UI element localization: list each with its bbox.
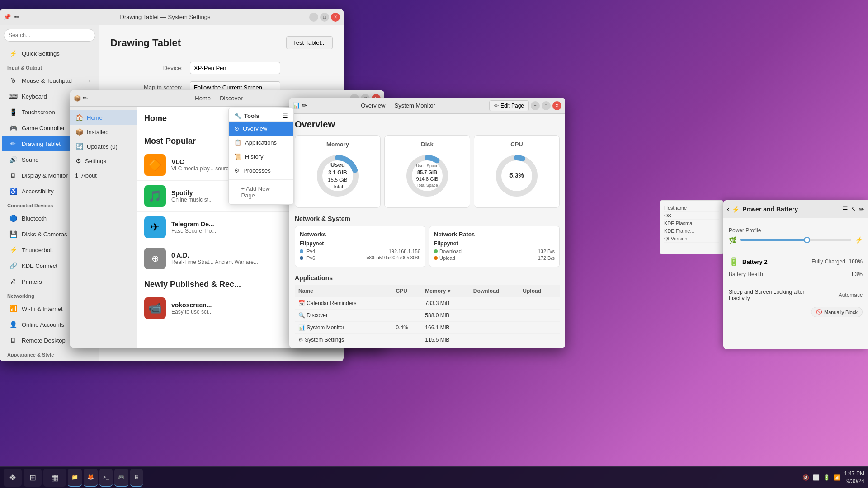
submenu-hamburger-icon[interactable]: ☰ <box>283 113 288 119</box>
memory-donut: Used 3.1 GiB 15.5 GiB Total <box>315 153 360 198</box>
discover-nav-installed[interactable]: 📦 Installed <box>70 125 137 139</box>
device-control: XP-Pen Pen <box>190 62 333 74</box>
sysset-window-controls: 📌 ✏ <box>4 14 21 20</box>
tray-battery-icon[interactable]: 🔋 <box>823 474 830 481</box>
tools-icon: 🔧 <box>234 113 241 119</box>
konsole-taskbar-btn[interactable]: >_ <box>99 469 113 487</box>
app-download-cell: 68.0 B/s <box>470 346 519 349</box>
submenu-processes[interactable]: ⚙ Processes <box>229 164 293 178</box>
table-row[interactable]: 📊 System Monitor 0.4% 166.1 MiB <box>295 322 560 334</box>
submenu-history[interactable]: 📜 History <box>229 150 293 164</box>
download-badge <box>434 249 438 253</box>
sysmon-edit-icon[interactable]: ✏ <box>302 102 307 109</box>
discover-nav-settings[interactable]: ⚙ Settings <box>70 154 137 168</box>
tray-screen-icon[interactable]: ⬜ <box>813 474 820 481</box>
table-row[interactable]: 📅 Calendar Reminders 733.3 MiB <box>295 297 560 310</box>
drawing-tablet-title: Drawing Tablet <box>110 37 181 49</box>
sysmon-title: Overview — System Monitor <box>307 102 489 109</box>
discover-edit-icon[interactable]: ✏ <box>83 95 88 102</box>
app-upload-cell <box>519 310 560 322</box>
disks-icon: 💾 <box>9 230 17 238</box>
overview-title: Overview <box>295 119 560 130</box>
sysset-maximize-btn[interactable]: □ <box>320 13 329 22</box>
device-select[interactable]: XP-Pen Pen <box>190 62 280 74</box>
power-profile-section: Power Profile 🌿 ⚡ <box>729 224 863 253</box>
col-memory[interactable]: Memory ▾ <box>421 285 470 297</box>
table-row[interactable]: 🔍 Discover 588.0 MiB <box>295 310 560 322</box>
cpu-card: CPU 5.3% <box>474 135 560 208</box>
col-name[interactable]: Name <box>295 285 392 297</box>
app-upload-cell <box>519 297 560 310</box>
power-edit-icon[interactable]: ✏ <box>859 206 864 213</box>
sysset-close-btn[interactable]: ✕ <box>331 13 340 22</box>
submenu-applications[interactable]: 📋 Applications <box>229 136 293 150</box>
sidebar-item-mouse[interactable]: 🖱 Mouse & Touchpad › <box>2 73 97 88</box>
app6-taskbar-btn[interactable]: 🎮 <box>114 469 128 487</box>
sysmon-info-panel: Hostname OS KDE Plasma KDE Frame... Qt V… <box>660 200 723 254</box>
power-hamburger-icon[interactable]: ☰ <box>842 206 848 213</box>
discover-home-title: Home <box>144 114 167 123</box>
test-tablet-btn[interactable]: Test Tablet... <box>286 36 333 49</box>
sysset-edit-icon[interactable]: ✏ <box>14 14 19 20</box>
tray-volume-icon[interactable]: 🔇 <box>802 474 809 481</box>
virtual-desktops-btn[interactable]: ⊞ <box>24 469 42 487</box>
discover-nav-about[interactable]: ℹ About <box>70 168 137 183</box>
device-row: Device: XP-Pen Pen <box>110 62 333 74</box>
power-resize-icon[interactable]: ⤡ <box>851 206 856 213</box>
battery-label: Battery 2 <box>742 258 768 265</box>
firefox-taskbar-btn[interactable]: 🦊 <box>84 469 98 487</box>
wifi-icon: 📶 <box>9 305 17 313</box>
power-profile-slider[interactable] <box>740 239 851 241</box>
kde-start-btn[interactable]: ❖ <box>4 469 22 487</box>
memory-donut-label: Used 3.1 GiB 15.5 GiB Total <box>328 161 348 191</box>
bluetooth-icon: 🔵 <box>9 214 17 222</box>
cpu-donut-label: 5.3% <box>509 171 524 180</box>
sysmon-close-btn[interactable]: ✕ <box>552 101 561 110</box>
power-back-icon[interactable]: ‹ <box>727 205 729 213</box>
sysset-minimize-btn[interactable]: − <box>309 13 318 22</box>
spotify-icon: 🎵 <box>144 185 166 207</box>
sysmon-maximize-btn[interactable]: □ <box>542 101 551 110</box>
gamecontroller-icon: 🎮 <box>9 124 17 132</box>
touchscreen-icon: 📱 <box>9 108 17 116</box>
app-cpu-cell <box>392 310 422 322</box>
taskbar-clock[interactable]: 1:47 PM 9/30/24 <box>844 470 864 485</box>
discover-nav-updates[interactable]: 🔄 Updates (0) <box>70 139 137 154</box>
task-manager-btn[interactable]: ▦ <box>43 469 66 487</box>
col-download[interactable]: Download <box>470 285 519 297</box>
ipv6-badge <box>300 256 303 260</box>
disk-card: Disk Used Space 85.7 GiB 914.8 GiB Total… <box>384 135 470 208</box>
tray-network-icon[interactable]: 📶 <box>834 474 840 481</box>
edit-page-btn[interactable]: ✏ Edit Page <box>489 100 529 111</box>
settings-nav-icon: ⚙ <box>75 157 81 164</box>
app-memory-cell: 588.0 MiB <box>421 310 470 322</box>
app-cpu-cell <box>392 334 422 346</box>
app-cpu-cell <box>392 297 422 310</box>
sysset-search-input[interactable] <box>4 29 95 42</box>
sysmon-scroll[interactable]: Overview Memory Used 3.1 GiB <box>289 114 565 348</box>
discover-nav-home[interactable]: 🏠 Home <box>70 110 137 125</box>
col-cpu[interactable]: CPU <box>392 285 422 297</box>
table-row[interactable]: ⚙ System Settings 115.5 MiB <box>295 334 560 346</box>
app7-taskbar-btn[interactable]: 🖥 <box>130 469 143 487</box>
battery-status: Fully Charged 100% <box>811 258 863 265</box>
block-btn-container: 🚫 Manually Block <box>729 307 863 317</box>
sysmon-minimize-btn[interactable]: − <box>531 101 540 110</box>
sysset-pin-icon[interactable]: 📌 <box>4 14 11 20</box>
sysmon-overview: Overview Memory Used 3.1 GiB <box>289 114 565 348</box>
manually-block-btn[interactable]: 🚫 Manually Block <box>811 307 863 317</box>
os-row: OS <box>664 212 719 220</box>
app-upload-cell <box>519 334 560 346</box>
col-upload[interactable]: Upload <box>519 285 560 297</box>
tools-label: Tools <box>244 113 259 119</box>
dolphin-taskbar-btn[interactable]: 📁 <box>68 469 82 487</box>
about-nav-icon: ℹ <box>75 172 78 179</box>
sysset-quick-settings[interactable]: ⚡ Quick Settings <box>2 46 97 61</box>
updates-nav-icon: 🔄 <box>75 143 83 150</box>
drawingtablet-icon: ✏ <box>9 140 17 148</box>
submenu-overview[interactable]: ⊙ Overview <box>229 122 293 136</box>
power-slider-row: 🌿 ⚡ <box>729 236 863 244</box>
submenu-add-new[interactable]: + + Add New Page... <box>229 182 293 202</box>
table-row[interactable]: 🔗 KDE Connect 36.1 MiB 68.0 B/s 68.0 B/s <box>295 346 560 349</box>
qt-version-row: Qt Version <box>664 235 719 243</box>
